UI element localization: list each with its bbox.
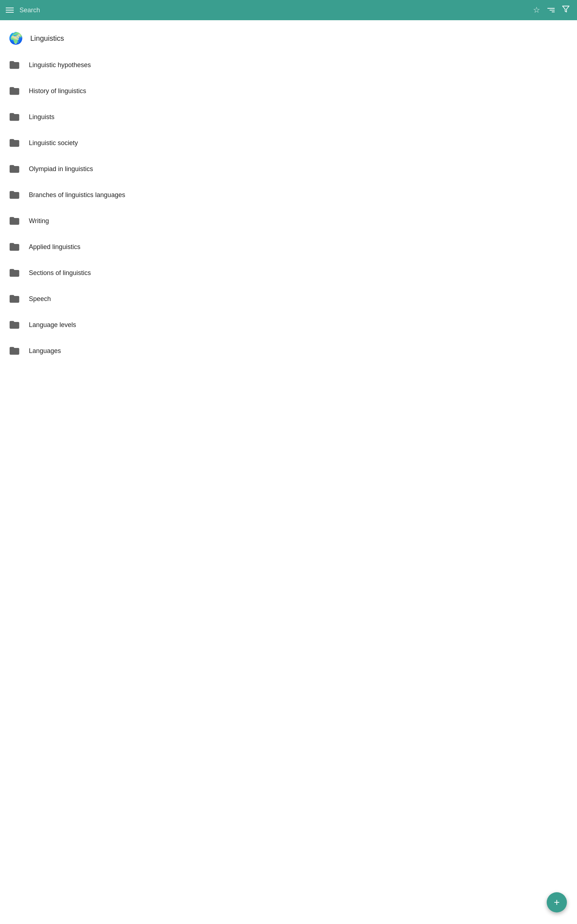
menu-icon[interactable] [6, 8, 14, 13]
list-item-label: Writing [29, 217, 49, 225]
list-item-label: Linguistic society [29, 139, 78, 147]
folder-icon [7, 344, 22, 358]
folder-icon [7, 214, 22, 228]
star-icon: ☆ [533, 5, 540, 15]
plus-icon: + [554, 897, 560, 908]
folder-icon [7, 58, 22, 72]
folder-icon [7, 292, 22, 306]
star-button[interactable]: ☆ [532, 4, 542, 16]
list-item[interactable]: Writing [0, 208, 577, 234]
list-item-label: Language levels [29, 321, 76, 329]
folder-icon [7, 162, 22, 176]
top-item-linguistics[interactable]: 🌍 Linguistics [0, 24, 577, 52]
toolbar-actions: ☆ [532, 3, 571, 16]
folder-icon [7, 240, 22, 254]
list-item[interactable]: Sections of linguistics [0, 260, 577, 286]
linguistics-icon: 🌍 [7, 30, 24, 47]
sort-icon [548, 8, 554, 12]
list-item[interactable]: Linguistic hypotheses [0, 52, 577, 78]
list-item[interactable]: Linguists [0, 104, 577, 130]
list-item[interactable]: Speech [0, 286, 577, 312]
content: 🌍 Linguistics Linguistic hypotheses Hist… [0, 20, 577, 368]
svg-marker-0 [562, 6, 569, 12]
folder-icon [7, 318, 22, 332]
list-item-label: Branches of linguistics languages [29, 191, 125, 199]
list-item-label: Speech [29, 295, 51, 303]
folder-icon [7, 136, 22, 150]
list-item-label: Sections of linguistics [29, 269, 91, 277]
list-item-label: Olympiad in linguistics [29, 165, 93, 173]
folder-icon [7, 188, 22, 202]
list-item-label: Linguistic hypotheses [29, 61, 91, 69]
list-item[interactable]: Languages [0, 338, 577, 364]
search-input[interactable] [19, 6, 527, 14]
list-item[interactable]: Branches of linguistics languages [0, 182, 577, 208]
list-item[interactable]: Language levels [0, 312, 577, 338]
folder-icon [7, 84, 22, 98]
list-item-label: Applied linguistics [29, 243, 81, 251]
top-item-label: Linguistics [30, 34, 64, 43]
list-item[interactable]: Applied linguistics [0, 234, 577, 260]
toolbar: ☆ [0, 0, 577, 20]
list-item[interactable]: Olympiad in linguistics [0, 156, 577, 182]
filter-icon [562, 5, 570, 15]
list-item-label: Linguists [29, 113, 55, 121]
list-item[interactable]: Linguistic society [0, 130, 577, 156]
items-list: Linguistic hypotheses History of linguis… [0, 52, 577, 364]
list-item-label: Languages [29, 347, 61, 355]
folder-icon [7, 110, 22, 124]
list-item-label: History of linguistics [29, 87, 86, 95]
add-fab[interactable]: + [547, 892, 567, 913]
folder-icon [7, 266, 22, 280]
list-item[interactable]: History of linguistics [0, 78, 577, 104]
filter-button[interactable] [561, 3, 571, 16]
sort-button[interactable] [546, 6, 556, 14]
